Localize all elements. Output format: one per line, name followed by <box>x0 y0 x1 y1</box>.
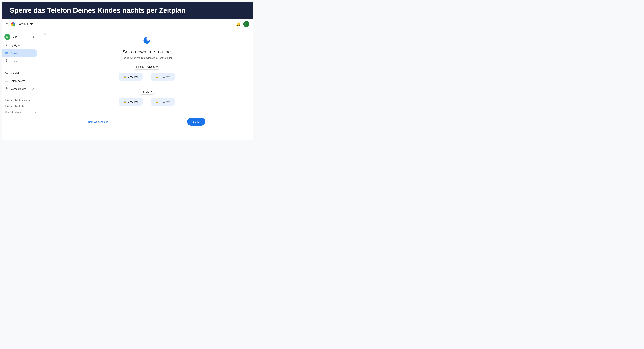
start-time-button-2[interactable]: 🔒 9:00 PM <box>119 98 143 106</box>
end-time-button-1[interactable]: 🔒 7:00 AM <box>151 73 175 81</box>
user-selector[interactable]: M Med ▲ <box>2 32 38 42</box>
sidebar-item-controls[interactable]: Controls <box>2 49 38 57</box>
manage-family-external-icon: ↗ <box>32 88 34 90</box>
privacy-parents-external-icon: ↗ <box>35 98 37 101</box>
lock-icon-end-1: 🔒 <box>156 76 158 78</box>
time-dash-1: – <box>146 75 148 79</box>
user-avatar: M <box>4 34 10 40</box>
day-label-1: Sunday–Thursday <box>136 66 155 68</box>
day-selector-1: Sunday–Thursday ▾ <box>88 64 206 70</box>
time-dash-2: – <box>146 100 148 104</box>
highlights-label: Highlights <box>10 44 20 46</box>
app-title: Family Link <box>18 22 33 26</box>
hamburger-icon[interactable]: ≡ <box>6 22 8 26</box>
start-time-2: 9:00 PM <box>128 100 138 103</box>
google-icon <box>10 22 16 27</box>
main-content: ✕ Set a downtime routine Decide when Med… <box>40 29 253 140</box>
avatar[interactable]: P <box>243 21 249 27</box>
privacy-kids-label: Privacy notice for kids <box>5 105 26 107</box>
day-select-button-1[interactable]: Sunday–Thursday ▾ <box>132 64 161 70</box>
help-label: Help & feedback <box>5 111 21 113</box>
schedule-block-2: Fri, Sat ▾ 🔒 9:00 PM – 🔒 7:00 AM <box>88 89 206 110</box>
controls-icon <box>5 51 8 55</box>
manage-family-icon <box>5 87 8 91</box>
sidebar-item-highlights[interactable]: ✦ Highlights <box>2 42 38 49</box>
lock-icon-start-1: 🔒 <box>124 76 126 78</box>
topbar-left: ≡ Family Link <box>6 22 33 27</box>
start-time-1: 9:00 PM <box>128 75 138 78</box>
highlights-icon: ✦ <box>5 44 8 47</box>
sidebar-divider-2 <box>4 95 38 95</box>
end-time-2: 7:00 AM <box>160 100 170 103</box>
add-child-label: Add child <box>10 72 20 74</box>
close-button[interactable]: ✕ <box>44 33 47 36</box>
topbar-right: 🔔 P <box>236 21 249 27</box>
time-range-1: 🔒 9:00 PM – 🔒 7:00 AM <box>88 73 206 81</box>
day-label-2: Fri, Sat <box>142 90 149 93</box>
bell-icon[interactable]: 🔔 <box>236 22 240 26</box>
remove-schedule-button[interactable]: Remove schedule <box>88 120 108 123</box>
sidebar-link-privacy-kids[interactable]: Privacy notice for kids ↗ <box>2 103 40 109</box>
topbar: ≡ Family Link 🔔 P <box>2 19 253 29</box>
add-child-icon <box>5 71 8 75</box>
sidebar-item-manage-family[interactable]: Manage family ↗ <box>2 85 38 93</box>
parent-access-icon <box>5 79 8 83</box>
controls-label: Controls <box>10 52 19 54</box>
chevron-up-icon: ▲ <box>32 36 35 38</box>
day-select-button-2[interactable]: Fri, Sat ▾ <box>138 89 155 94</box>
main-layout: M Med ▲ ✦ Highlights Controls <box>2 29 253 140</box>
start-time-button-1[interactable]: 🔒 9:00 PM <box>119 73 143 81</box>
parent-access-label: Parent access <box>10 80 25 82</box>
privacy-parents-label: Privacy notice for parents <box>5 99 30 101</box>
help-external-icon: ↗ <box>35 111 37 113</box>
moon-icon <box>142 36 151 46</box>
dialog-title: Set a downtime routine <box>123 49 171 55</box>
user-name: Med <box>12 36 17 38</box>
end-time-button-2[interactable]: 🔒 7:00 AM <box>151 98 175 106</box>
end-time-1: 7:00 AM <box>160 75 170 78</box>
sidebar-link-help[interactable]: Help & feedback ↗ <box>2 109 40 115</box>
privacy-kids-external-icon: ↗ <box>35 105 37 107</box>
app-container: ≡ Family Link 🔔 P <box>2 19 253 140</box>
sidebar-link-privacy-parents[interactable]: Privacy notice for parents ↗ <box>2 97 40 103</box>
sidebar-item-parent-access[interactable]: Parent access <box>2 77 38 85</box>
dialog-subtitle: Decide when Med's devices lock for the n… <box>122 56 172 59</box>
time-range-2: 🔒 9:00 PM – 🔒 7:00 AM <box>88 98 206 106</box>
banner: Sperre das Telefon Deines Kindes nachts … <box>2 2 253 19</box>
lock-icon-start-2: 🔒 <box>124 100 126 103</box>
schedule-block-1: Sunday–Thursday ▾ 🔒 9:00 PM – 🔒 7:00 AM <box>88 64 206 85</box>
done-button[interactable]: Done <box>187 118 206 126</box>
app-logo: Family Link <box>10 22 33 27</box>
dropdown-icon-2: ▾ <box>151 90 152 93</box>
dropdown-icon-1: ▾ <box>156 66 158 68</box>
location-label: Location <box>10 60 19 62</box>
day-selector-2: Fri, Sat ▾ <box>88 89 206 94</box>
location-icon <box>5 59 8 63</box>
lock-icon-end-2: 🔒 <box>156 100 158 103</box>
manage-family-label: Manage family <box>10 88 26 90</box>
sidebar: M Med ▲ ✦ Highlights Controls <box>2 29 40 140</box>
sidebar-item-add-child[interactable]: Add child <box>2 69 38 77</box>
dialog: Set a downtime routine Decide when Med's… <box>47 33 246 127</box>
actions-row: Remove schedule Done <box>88 118 206 127</box>
sidebar-item-location[interactable]: Location <box>2 57 38 65</box>
